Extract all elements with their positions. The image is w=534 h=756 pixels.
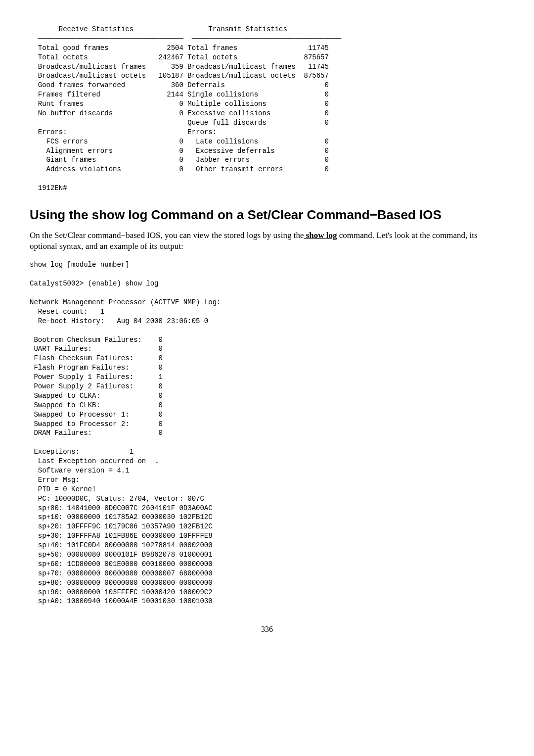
intro-paragraph: On the Set/Clear command−based IOS, you … <box>30 230 504 253</box>
section-heading: Using the show log Command on a Set/Clea… <box>30 207 504 223</box>
show-log-command: show log <box>304 231 337 240</box>
paragraph-text-pre: On the Set/Clear command−based IOS, you … <box>30 231 304 240</box>
receive-transmit-stats: Receive Statistics Transmit Statistics ─… <box>30 25 504 193</box>
page-number: 336 <box>30 625 504 634</box>
show-log-output: show log [module number] Catalyst5002> (… <box>30 260 504 606</box>
